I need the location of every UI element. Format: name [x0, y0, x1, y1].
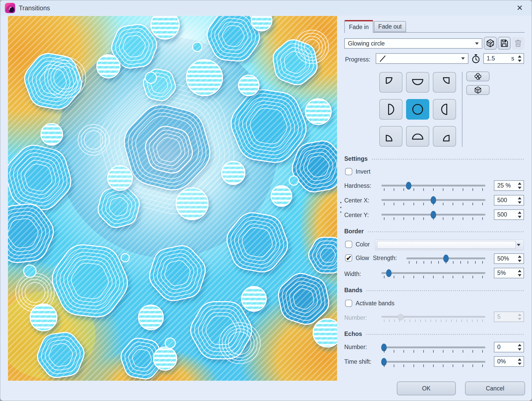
border-width-label: Width:	[344, 271, 361, 278]
center-x-spinbox[interactable]: 500	[494, 195, 524, 206]
preview-art	[8, 16, 337, 381]
grid-divider	[462, 72, 462, 147]
slider-ticks	[384, 188, 483, 191]
stopwatch-icon	[471, 54, 481, 65]
glow-label: Glow	[356, 255, 369, 262]
preset-value: Glowing circle	[348, 40, 475, 47]
bands-number-spinbox: 5	[494, 311, 524, 322]
center-y-label: Center Y:	[344, 212, 369, 219]
lucky-clover-button[interactable]	[466, 72, 490, 81]
bands-number-slider	[381, 313, 485, 323]
chevron-down-icon	[517, 244, 520, 246]
dice-icon	[474, 86, 482, 94]
strength-label: Strength:	[373, 255, 397, 262]
spin-arrows[interactable]	[518, 344, 521, 351]
shape-quarter-top-left-button[interactable]	[379, 72, 402, 93]
center-x-slider[interactable]	[381, 196, 485, 207]
progress-label: Progress:	[345, 56, 370, 63]
duration-spinner[interactable]: 1.5 s	[483, 53, 524, 64]
section-settings: Settings	[344, 155, 524, 162]
time-shift-slider[interactable]	[381, 358, 485, 368]
echos-number-spinbox[interactable]: 0	[494, 342, 524, 352]
center-y-spinbox[interactable]: 500	[494, 209, 524, 220]
glow-strength-spinbox[interactable]: 50%	[494, 253, 524, 264]
save-preset-button[interactable]	[498, 37, 511, 50]
spin-up-icon	[518, 55, 521, 58]
random-preset-button[interactable]	[484, 37, 497, 50]
section-bands: Bands	[344, 287, 524, 294]
shape-half-bottom-button[interactable]	[406, 126, 429, 147]
tab-fade-in[interactable]: Fade in	[344, 20, 373, 33]
spin-arrows[interactable]	[518, 182, 521, 189]
delete-preset-button	[512, 37, 525, 50]
random-shape-button[interactable]	[466, 85, 490, 95]
border-color-dropdown[interactable]	[375, 239, 524, 250]
transition-preview-image	[8, 16, 337, 381]
splitter-handle[interactable]	[339, 202, 342, 213]
spin-arrows[interactable]	[518, 55, 521, 62]
hardness-spinbox[interactable]: 25 %	[494, 180, 524, 191]
cancel-button[interactable]: Cancel	[465, 381, 525, 395]
spin-arrows	[518, 314, 521, 320]
hardness-slider[interactable]	[381, 181, 485, 192]
shape-quarter-top-right-button[interactable]	[433, 72, 456, 93]
activate-bands-checkbox[interactable]	[345, 300, 352, 307]
ok-button[interactable]: OK	[397, 381, 456, 395]
duration-unit: s	[511, 55, 514, 62]
hardness-label: Hardness:	[344, 182, 371, 189]
center-y-slider[interactable]	[381, 210, 485, 221]
chevron-down-icon	[461, 57, 465, 60]
spin-arrows[interactable]	[518, 358, 521, 365]
preset-dropdown[interactable]: Glowing circle	[344, 38, 482, 49]
border-width-spinbox[interactable]: 5%	[494, 268, 524, 278]
window-title: Transitions	[19, 4, 50, 12]
progress-curve-dropdown[interactable]	[376, 53, 468, 64]
shape-half-right-button[interactable]	[433, 99, 456, 120]
border-color-checkbox[interactable]	[345, 241, 352, 248]
chevron-down-icon	[475, 42, 479, 45]
linear-curve-icon	[379, 55, 387, 63]
border-width-slider[interactable]	[381, 269, 485, 280]
spin-arrows[interactable]	[518, 197, 521, 204]
activate-bands-label: Activate bands	[356, 300, 394, 307]
echos-number-slider[interactable]	[381, 343, 485, 354]
glow-checkbox[interactable]	[345, 254, 352, 262]
bands-number-label: Number:	[344, 314, 367, 321]
glow-strength-slider[interactable]	[406, 254, 485, 265]
spin-arrows[interactable]	[518, 255, 521, 262]
color-swatch	[377, 241, 516, 249]
duration-value: 1.5	[487, 55, 511, 62]
invert-checkbox[interactable]	[345, 168, 352, 175]
center-x-label: Center X:	[344, 197, 369, 204]
section-title: Settings	[344, 155, 368, 162]
dice-icon	[486, 39, 495, 48]
section-echos: Echos	[344, 331, 524, 337]
clover-icon	[474, 73, 482, 80]
invert-label: Invert	[356, 168, 371, 175]
dotted-divider	[372, 159, 524, 160]
border-color-label: Color	[356, 241, 370, 248]
shape-quarter-bottom-left-button[interactable]	[379, 126, 402, 147]
slider-track[interactable]	[381, 185, 485, 186]
save-icon	[500, 39, 509, 48]
tab-label: Fade in	[349, 24, 369, 31]
tab-fade-out[interactable]: Fade out	[374, 21, 406, 32]
app-icon	[5, 3, 15, 13]
echos-number-label: Number:	[344, 344, 367, 351]
spin-down-icon	[518, 60, 521, 62]
shape-circle-button[interactable]	[406, 99, 429, 120]
time-shift-spinbox[interactable]: 0%	[494, 356, 524, 367]
spin-arrows[interactable]	[518, 270, 521, 277]
transitions-dialog: Transitions ✕ Fade in Fade out Glowing c…	[0, 0, 532, 401]
section-border: Border	[344, 228, 524, 235]
shape-half-top-button[interactable]	[406, 72, 429, 93]
settings-panel: Fade in Fade out Glowing circle	[344, 0, 525, 401]
shape-quarter-bottom-right-button[interactable]	[433, 126, 456, 147]
spin-arrows[interactable]	[518, 211, 521, 218]
tab-label: Fade out	[378, 23, 402, 30]
time-shift-label: Time shift:	[344, 358, 371, 365]
shape-half-left-button[interactable]	[379, 99, 402, 120]
trash-icon	[514, 39, 522, 48]
